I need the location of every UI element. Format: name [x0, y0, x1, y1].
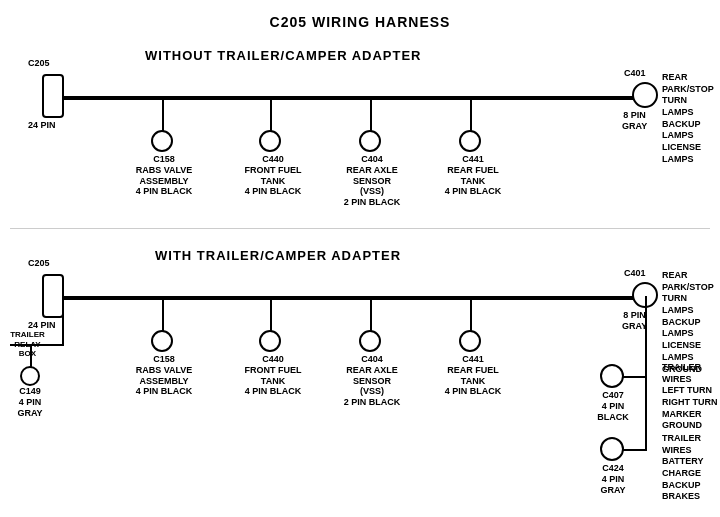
c205-bot-connector: [42, 274, 64, 318]
c158-top-vline: [162, 96, 164, 134]
c158-bot-vline: [162, 296, 164, 334]
bus-line-top: [55, 96, 651, 100]
trailer-relay-label: TRAILERRELAYBOX: [0, 330, 55, 359]
c440-top-vline: [270, 96, 272, 134]
c441-bot-connector: [459, 330, 481, 352]
c401-bot-label: C401: [624, 268, 646, 279]
c440-bot-vline: [270, 296, 272, 334]
section1-label: WITHOUT TRAILER/CAMPER ADAPTER: [145, 48, 422, 63]
c404-bot-connector: [359, 330, 381, 352]
c158-bot-connector: [151, 330, 173, 352]
trailer-relay-vline: [62, 296, 64, 346]
c441-bot-vline: [470, 296, 472, 334]
wiring-diagram: C205 WIRING HARNESS WITHOUT TRAILER/CAMP…: [0, 0, 720, 500]
c441-top-connector: [459, 130, 481, 152]
c440-top-connector: [259, 130, 281, 152]
c401-top-right-label: REAR PARK/STOPTURN LAMPSBACKUP LAMPSLICE…: [662, 72, 720, 166]
c407-right-label: TRAILER WIRESLEFT TURNRIGHT TURNMARKERGR…: [662, 362, 720, 432]
bus-line-bot: [55, 296, 651, 300]
c441-top-vline: [470, 96, 472, 134]
c404-top-connector: [359, 130, 381, 152]
c424-connector: [600, 437, 624, 461]
right-branch-vline: [645, 296, 647, 451]
c205-top-label: C205: [28, 58, 50, 69]
c407-hline: [622, 376, 646, 378]
c149-vline: [30, 344, 32, 368]
c407-label: C4074 PINBLACK: [594, 390, 632, 422]
c407-connector: [600, 364, 624, 388]
c158-top-label: C158RABS VALVEASSEMBLY4 PIN BLACK: [134, 154, 194, 197]
section2-label: WITH TRAILER/CAMPER ADAPTER: [155, 248, 401, 263]
c404-top-vline: [370, 96, 372, 134]
c440-top-label: C440FRONT FUELTANK4 PIN BLACK: [243, 154, 303, 197]
c149-label: C1494 PIN GRAY: [6, 386, 54, 418]
c205-top-connector: [42, 74, 64, 118]
c424-right-label: TRAILER WIRESBATTERY CHARGEBACKUPBRAKES: [662, 433, 720, 503]
c404-top-label: C404REAR AXLESENSOR(VSS)2 PIN BLACK: [342, 154, 402, 208]
c404-bot-label: C404REAR AXLESENSOR(VSS)2 PIN BLACK: [342, 354, 402, 408]
c404-bot-vline: [370, 296, 372, 334]
c158-top-connector: [151, 130, 173, 152]
c401-bot-right-label: REAR PARK/STOPTURN LAMPSBACKUP LAMPSLICE…: [662, 270, 720, 375]
c440-bot-label: C440FRONT FUELTANK4 PIN BLACK: [243, 354, 303, 397]
divider: [10, 228, 710, 229]
c401-top-label: C401: [624, 68, 646, 79]
c401-top-connector: [632, 82, 658, 108]
c441-bot-label: C441REAR FUELTANK4 PIN BLACK: [443, 354, 503, 397]
c205-bot-label: C205: [28, 258, 50, 269]
c205-top-sub: 24 PIN: [28, 120, 56, 131]
c149-connector: [20, 366, 40, 386]
c441-top-label: C441REAR FUELTANK4 PIN BLACK: [443, 154, 503, 197]
c440-bot-connector: [259, 330, 281, 352]
c158-bot-label: C158RABS VALVEASSEMBLY4 PIN BLACK: [134, 354, 194, 397]
c401-top-sub: 8 PINGRAY: [622, 110, 647, 132]
c424-hline: [622, 449, 646, 451]
c424-label: C4244 PINGRAY: [594, 463, 632, 495]
c401-bot-sub: 8 PINGRAY: [622, 310, 647, 332]
page-title: C205 WIRING HARNESS: [0, 6, 720, 30]
